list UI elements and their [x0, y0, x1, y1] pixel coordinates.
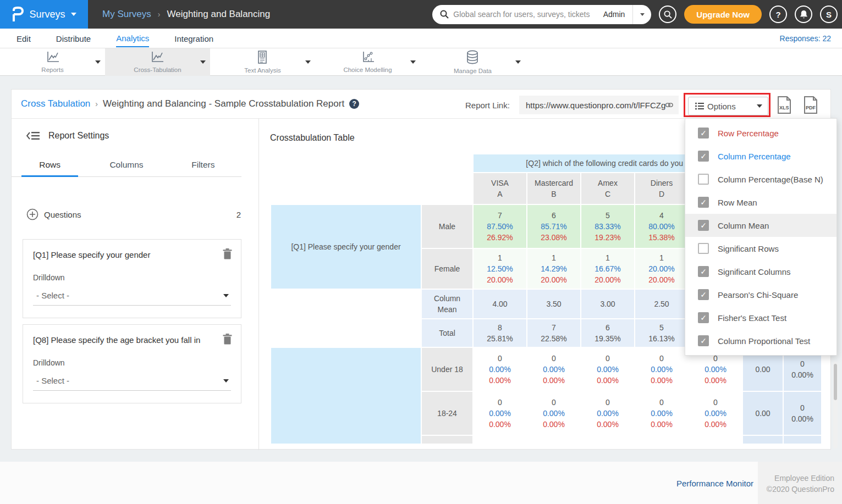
- table-cell: 825.81%: [474, 319, 526, 347]
- help-icon[interactable]: ?: [349, 99, 359, 109]
- chevron-down-icon[interactable]: [515, 60, 521, 64]
- checkbox-checked-icon[interactable]: ✓: [698, 335, 709, 346]
- checkbox-checked-icon[interactable]: ✓: [698, 266, 709, 277]
- edition-info: Employee Edition ©2020 QuestionPro: [758, 462, 842, 504]
- checkbox-unchecked-icon[interactable]: [698, 243, 709, 254]
- table-cell: 619.35%: [581, 319, 634, 347]
- table-cell: 00.00%0.00%: [635, 392, 688, 435]
- options-dropdown-menu: ✓Row Percentage✓Column PercentageColumn …: [685, 118, 837, 356]
- table-cell: 787.50%26.92%: [474, 205, 526, 248]
- search-input[interactable]: [453, 10, 599, 19]
- link-icon: [665, 102, 673, 108]
- add-question-icon[interactable]: [26, 208, 38, 220]
- option-column-mean[interactable]: ✓Column Mean: [685, 214, 837, 237]
- responses-count: Responses: 22: [780, 34, 831, 43]
- checkbox-checked-icon[interactable]: ✓: [698, 151, 709, 162]
- option-significant-columns[interactable]: ✓Significant Columns: [685, 260, 837, 283]
- delete-question-button[interactable]: [223, 248, 232, 262]
- row-label: Total: [422, 319, 472, 347]
- row-label: Female: [422, 249, 472, 289]
- nav-tab-analytics[interactable]: Analytics: [116, 29, 149, 47]
- checkbox-checked-icon[interactable]: ✓: [698, 197, 709, 208]
- table-cell: 00.00%0.00%: [527, 392, 580, 435]
- chevron-down-icon[interactable]: [200, 60, 206, 64]
- table-cell: 00.00%0.00%: [474, 348, 526, 391]
- export-pdf-button[interactable]: PDF: [803, 96, 818, 116]
- chevron-down-icon[interactable]: [410, 60, 416, 64]
- bell-icon: [800, 10, 808, 19]
- report-link-field[interactable]: https://www.questionpro.com/t/lFFCZg: [519, 96, 679, 114]
- help-button[interactable]: ?: [769, 5, 787, 23]
- checkbox-checked-icon[interactable]: ✓: [698, 128, 709, 139]
- column-header: MastercardB: [527, 173, 580, 204]
- notifications-button[interactable]: [795, 5, 812, 23]
- list-icon: [695, 102, 704, 110]
- line-chart-icon: [46, 51, 59, 65]
- checkbox-unchecked-icon[interactable]: [698, 174, 709, 185]
- drilldown-select[interactable]: - Select -: [33, 291, 231, 306]
- option-row-mean[interactable]: ✓Row Mean: [685, 191, 837, 214]
- checkbox-checked-icon[interactable]: ✓: [698, 220, 709, 231]
- row-question-cell: [271, 348, 421, 444]
- global-search[interactable]: Admin: [432, 5, 651, 24]
- chevron-down-icon: [757, 104, 762, 108]
- options-button[interactable]: Options: [688, 97, 768, 115]
- table-cell: 3.00: [581, 290, 634, 318]
- option-fisher-s-exact-test[interactable]: ✓Fisher's Exact Test: [685, 306, 837, 329]
- row-question-cell: [Q1] Please specify your gender: [271, 205, 421, 289]
- search-submit-button[interactable]: [659, 5, 676, 23]
- option-column-percentage[interactable]: ✓Column Percentage: [685, 145, 837, 168]
- toolbar-item-text-analysis[interactable]: Text Analysis: [210, 48, 315, 76]
- row-label: ColumnMean: [422, 290, 472, 318]
- option-row-percentage[interactable]: ✓Row Percentage: [685, 121, 837, 145]
- checkbox-checked-icon[interactable]: ✓: [698, 289, 709, 300]
- account-avatar[interactable]: S: [820, 5, 838, 23]
- cross-tabulation-link[interactable]: Cross Tabulation: [21, 98, 90, 109]
- delete-question-button[interactable]: [223, 334, 232, 347]
- report-link-label: Report Link:: [465, 101, 510, 110]
- surveys-product-switcher[interactable]: Surveys: [0, 0, 88, 29]
- breadcrumb-current: Weighting and Balancing: [167, 9, 270, 20]
- drilldown-select[interactable]: - Select -: [33, 376, 231, 391]
- chevron-down-icon[interactable]: [95, 60, 101, 64]
- tab-columns[interactable]: Columns: [88, 154, 164, 176]
- settings-tabs: RowsColumnsFilters: [12, 154, 241, 177]
- export-xls-button[interactable]: XLS: [777, 96, 792, 116]
- options-label: Options: [707, 102, 736, 111]
- option-significant-rows[interactable]: Significant Rows: [685, 237, 837, 260]
- breadcrumb-my-surveys[interactable]: My Surveys: [102, 9, 151, 20]
- report-url: https://www.questionpro.com/t/lFFCZg: [519, 101, 665, 110]
- drilldown-label: Drilldown: [33, 358, 231, 367]
- collapse-panel-icon[interactable]: [26, 131, 40, 140]
- upgrade-now-button[interactable]: Upgrade Now: [684, 5, 762, 24]
- toolbar-item-cross-tabulation[interactable]: Cross-Tabulation: [105, 48, 210, 76]
- toolbar-item-reports[interactable]: Reports: [0, 48, 105, 76]
- nav-tab-integration[interactable]: Integration: [174, 30, 213, 47]
- table-cell: 516.13%: [635, 319, 688, 347]
- analytics-toolbar: ReportsCross-TabulationText AnalysisChoi…: [0, 48, 842, 76]
- option-column-percentage-base-n[interactable]: Column Percentage(Base N): [685, 168, 837, 191]
- toolbar-item-choice-modelling[interactable]: Choice Modelling: [315, 48, 420, 76]
- app-screen: Surveys My Surveys › Weighting and Balan…: [0, 0, 842, 504]
- trash-icon: [223, 337, 232, 346]
- column-header: AmexC: [581, 173, 634, 204]
- search-icon: [664, 10, 672, 19]
- nav-tab-edit[interactable]: Edit: [16, 30, 31, 47]
- svg-text:XLS: XLS: [779, 105, 789, 110]
- table-cell: 722.58%: [527, 319, 580, 347]
- table-scrollbar[interactable]: [833, 362, 838, 448]
- search-scope-dropdown[interactable]: [632, 5, 651, 24]
- checkbox-checked-icon[interactable]: ✓: [698, 312, 709, 323]
- report-title: Weighting and Balancing - Sample Crossta…: [103, 98, 344, 109]
- table-cell: 112.50%20.00%: [474, 249, 526, 289]
- performance-monitor-link[interactable]: Performance Monitor: [676, 479, 753, 488]
- option-pearson-s-chi-square[interactable]: ✓Pearson's Chi-Square: [685, 283, 837, 306]
- toolbar-item-manage-data[interactable]: Manage Data: [420, 48, 525, 76]
- option-column-proportional-test[interactable]: ✓Column Proportional Test: [685, 329, 837, 352]
- chevron-down-icon[interactable]: [305, 60, 311, 64]
- scrollbar-thumb[interactable]: [834, 364, 837, 400]
- tab-rows[interactable]: Rows: [12, 154, 88, 176]
- tab-filters[interactable]: Filters: [165, 154, 241, 176]
- nav-tab-distribute[interactable]: Distribute: [56, 30, 91, 47]
- questions-count: 2: [236, 210, 241, 219]
